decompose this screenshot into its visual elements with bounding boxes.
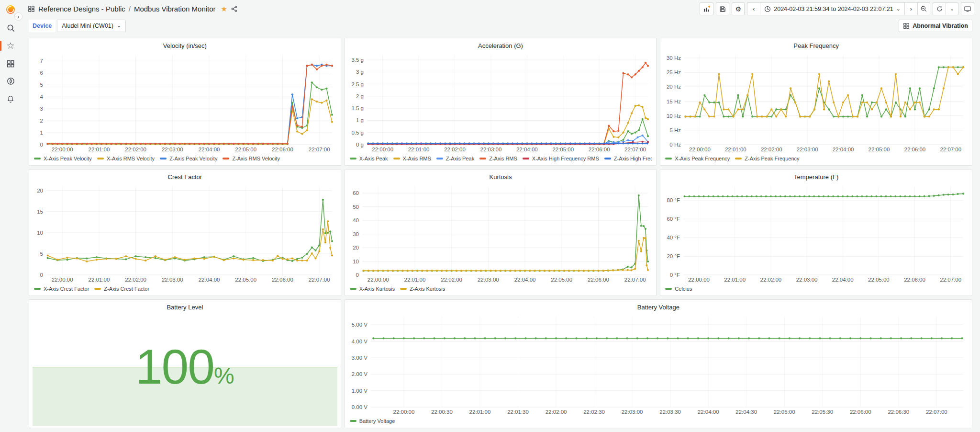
- axis-labels: 22:00:0022:01:0022:02:0022:03:0022:04:00…: [40, 58, 330, 152]
- legend-item[interactable]: Battery Voltage: [350, 418, 395, 424]
- breadcrumb-section[interactable]: Reference Designs - Public: [38, 5, 125, 13]
- legend-item[interactable]: Z-Axis RMS: [479, 156, 517, 161]
- panel-title[interactable]: Acceleration (G): [349, 41, 653, 51]
- legend-item[interactable]: X-Axis Peak Frequency: [665, 156, 730, 161]
- save-icon: [719, 5, 726, 13]
- legend-series-color: [223, 158, 229, 159]
- legend-item[interactable]: X-Axis RMS Velocity: [97, 156, 155, 161]
- chart-plot-area[interactable]: 22:00:0022:01:0022:02:0022:03:0022:04:00…: [349, 182, 653, 284]
- svg-text:22:02:00: 22:02:00: [761, 147, 782, 152]
- breadcrumb-page[interactable]: Modbus Vibration Monitor: [134, 5, 216, 13]
- star-outline-icon: ☆: [6, 41, 14, 50]
- legend-item[interactable]: X-Axis Crest Factor: [34, 286, 89, 292]
- time-range-forward-button[interactable]: ›: [904, 2, 917, 15]
- legend-item[interactable]: X-Axis Kurtosis: [350, 286, 395, 292]
- svg-text:10 Hz: 10 Hz: [667, 113, 681, 119]
- chart-canvas[interactable]: 22:00:0022:01:0022:02:0022:03:0022:04:00…: [664, 51, 968, 154]
- svg-text:22:06:00: 22:06:00: [272, 277, 293, 283]
- legend-series-color: [400, 288, 407, 290]
- svg-text:22:06:30: 22:06:30: [888, 409, 909, 415]
- device-select[interactable]: Aludel Mini (CW01) ⌄: [57, 20, 126, 32]
- cycle-view-mode-button[interactable]: [961, 2, 974, 15]
- chart-plot-area[interactable]: 22:00:0022:01:0022:02:0022:03:0022:04:00…: [33, 51, 337, 154]
- abnormal-vibration-label: Abnormal Vibration: [913, 23, 968, 29]
- svg-text:22:02:00: 22:02:00: [125, 147, 146, 152]
- chart-canvas[interactable]: 22:00:0022:01:0022:02:0022:03:0022:04:00…: [33, 182, 337, 284]
- legend-item[interactable]: X-Axis High Frequency RMS: [523, 156, 599, 161]
- axis-labels: 22:00:0022:00:3022:01:0022:01:3022:02:00…: [351, 322, 947, 415]
- series-x-axis-peak: [367, 118, 649, 145]
- svg-text:22:03:00: 22:03:00: [162, 147, 183, 152]
- favorite-star-icon[interactable]: ★: [221, 5, 227, 12]
- legend-item[interactable]: Z-Axis Peak: [436, 156, 474, 161]
- sidebar-item-dashboards[interactable]: [0, 55, 21, 72]
- series-z-axis-kurtosis: [362, 237, 649, 272]
- legend-series-color: [97, 158, 104, 159]
- panel-title[interactable]: Peak Frequency: [664, 41, 968, 51]
- chart-plot-area[interactable]: 22:00:0022:01:0022:02:0022:03:0022:04:00…: [349, 51, 653, 154]
- panel-battery-level: Battery Level100%: [29, 299, 341, 428]
- panel-title[interactable]: Crest Factor: [33, 172, 337, 182]
- legend-series-label: X-Axis High Frequency RMS: [532, 156, 599, 161]
- legend-series-color: [523, 158, 529, 159]
- svg-text:4.00 V: 4.00 V: [351, 339, 368, 344]
- svg-text:22:06:00: 22:06:00: [850, 409, 871, 415]
- legend-series-label: Z-Axis Crest Factor: [104, 286, 149, 292]
- sidebar-item-search[interactable]: [0, 19, 21, 37]
- panel-title[interactable]: Kurtosis: [349, 172, 653, 182]
- time-range-picker[interactable]: 2024-02-03 21:59:34 to 2024-02-03 22:07:…: [760, 2, 904, 15]
- panel-title[interactable]: Battery Level: [33, 302, 337, 313]
- legend-series-label: Z-Axis RMS: [489, 156, 517, 161]
- chart-canvas[interactable]: 22:00:0022:01:0022:02:0022:03:0022:04:00…: [33, 51, 337, 154]
- legend-item[interactable]: X-Axis Peak: [350, 156, 388, 161]
- legend-series-label: X-Axis Kurtosis: [359, 286, 395, 292]
- abnormal-vibration-link[interactable]: Abnormal Vibration: [899, 20, 972, 32]
- svg-text:1: 1: [40, 130, 43, 136]
- series-x-axis-crest-factor: [47, 199, 334, 262]
- share-icon[interactable]: [231, 5, 238, 12]
- legend-item[interactable]: X-Axis Peak Velocity: [34, 156, 92, 161]
- chart-canvas[interactable]: 22:00:0022:01:0022:02:0022:03:0022:04:00…: [664, 182, 968, 284]
- variable-label: Device: [29, 20, 56, 32]
- legend-series-label: Z-Axis Peak Velocity: [169, 156, 217, 161]
- chevron-down-icon: ⌄: [117, 24, 121, 27]
- save-dashboard-button[interactable]: [716, 2, 729, 15]
- svg-text:22:00:00: 22:00:00: [689, 277, 710, 283]
- refresh-interval-dropdown[interactable]: ⌄: [946, 2, 958, 15]
- legend-item[interactable]: Z-Axis Peak Velocity: [160, 156, 217, 161]
- stat-unit: %: [214, 363, 234, 388]
- panel-title[interactable]: Temperature (F): [664, 172, 968, 182]
- gridlines: [367, 55, 648, 145]
- chart-canvas[interactable]: 22:00:0022:01:0022:02:0022:03:0022:04:00…: [349, 51, 653, 154]
- chart-plot-area[interactable]: 22:00:0022:00:3022:01:0022:01:3022:02:00…: [349, 313, 968, 416]
- svg-text:22:01:00: 22:01:00: [725, 147, 746, 152]
- chart-canvas[interactable]: 22:00:0022:00:3022:01:0022:01:3022:02:00…: [349, 313, 968, 416]
- zoom-out-time-button[interactable]: [917, 2, 930, 15]
- legend-item[interactable]: X-Axis RMS: [393, 156, 431, 161]
- legend-item[interactable]: Z-Axis Crest Factor: [94, 286, 149, 292]
- legend-item[interactable]: Z-Axis Kurtosis: [400, 286, 445, 292]
- svg-text:22:00:00: 22:00:00: [372, 147, 393, 152]
- dashboard-settings-button[interactable]: ⚙: [732, 2, 745, 15]
- legend-item[interactable]: Z-Axis High Frequency RMS: [604, 156, 653, 161]
- chart-plot-area[interactable]: 22:00:0022:01:0022:02:0022:03:0022:04:00…: [664, 51, 968, 154]
- chart-plot-area[interactable]: 22:00:0022:01:0022:02:0022:03:0022:04:00…: [33, 182, 337, 284]
- sidebar-item-explore[interactable]: [0, 72, 21, 90]
- panel-title[interactable]: Battery Voltage: [349, 302, 968, 313]
- svg-text:22:00:30: 22:00:30: [431, 409, 453, 415]
- chart-canvas[interactable]: 22:00:0022:01:0022:02:0022:03:0022:04:00…: [349, 182, 653, 284]
- svg-text:0: 0: [356, 272, 358, 278]
- add-panel-button[interactable]: [700, 2, 713, 15]
- chart-plot-area[interactable]: 22:00:0022:01:0022:02:0022:03:0022:04:00…: [664, 182, 968, 284]
- time-range-back-button[interactable]: ‹: [747, 2, 760, 15]
- legend-item[interactable]: Z-Axis RMS Velocity: [223, 156, 280, 161]
- refresh-button[interactable]: [933, 2, 946, 15]
- legend-series-color: [34, 158, 41, 159]
- legend-item[interactable]: Z-Axis Peak Frequency: [735, 156, 799, 161]
- legend-item[interactable]: Celcius: [665, 286, 692, 292]
- panel-title[interactable]: Velocity (in/sec): [33, 41, 337, 51]
- svg-text:5: 5: [40, 251, 43, 257]
- sidebar-item-starred[interactable]: ☆: [0, 37, 21, 55]
- variable-device: Device Aludel Mini (CW01) ⌄: [29, 20, 126, 32]
- sidebar-item-alerting[interactable]: [0, 90, 21, 108]
